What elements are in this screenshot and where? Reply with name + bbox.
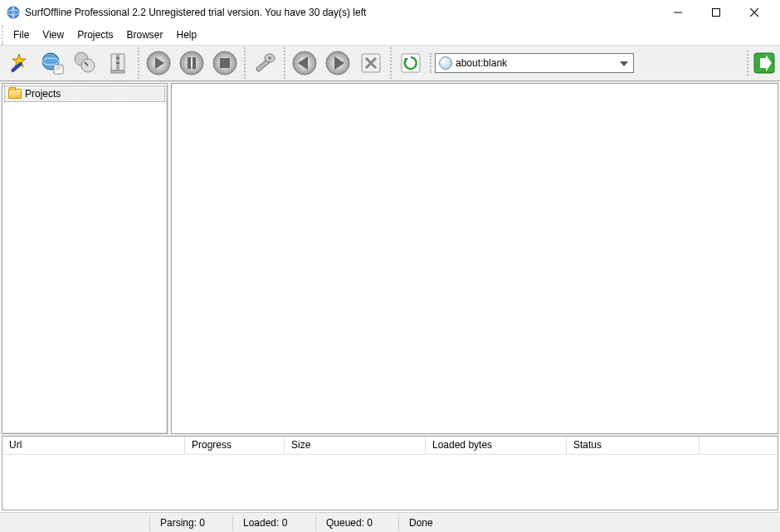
downloads-pane: Url Progress Size Loaded bytes Status (2, 436, 778, 510)
globe-icon (439, 56, 452, 70)
col-url[interactable]: Url (2, 437, 185, 454)
archive-button[interactable] (103, 47, 134, 79)
settings-button[interactable] (249, 47, 280, 79)
svg-rect-17 (111, 71, 124, 73)
menu-view[interactable]: View (36, 27, 71, 43)
stop-loading-button[interactable] (355, 47, 387, 79)
status-queued: Queued: 0 (315, 515, 398, 531)
status-loaded: Loaded: 0 (232, 515, 315, 531)
pause-button[interactable] (176, 47, 207, 79)
col-loaded-bytes[interactable]: Loaded bytes (426, 437, 567, 454)
statusbar: Parsing: 0 Loaded: 0 Queued: 0 Done (0, 512, 780, 532)
menu-help[interactable]: Help (170, 27, 204, 43)
svg-marker-37 (620, 61, 628, 66)
maximize-button[interactable] (697, 0, 735, 25)
folder-icon (8, 89, 22, 99)
col-status[interactable]: Status (567, 437, 700, 454)
play-button[interactable] (143, 47, 174, 79)
menu-projects[interactable]: Projects (71, 27, 119, 43)
svg-point-0 (7, 7, 19, 18)
refresh-button[interactable] (395, 47, 427, 79)
downloads-header: Url Progress Size Loaded bytes Status (2, 437, 778, 455)
url-combobox[interactable] (435, 53, 634, 73)
go-button[interactable] (752, 51, 777, 76)
new-project-button[interactable] (37, 47, 68, 79)
chevron-down-icon[interactable] (618, 57, 630, 69)
tree-root-label: Projects (25, 88, 61, 100)
window-controls (659, 0, 773, 25)
toolbar (0, 45, 780, 81)
svg-rect-21 (188, 57, 191, 69)
titlebar: SurfOffline Professional 2.2 Unregistere… (0, 0, 780, 25)
svg-rect-16 (116, 62, 119, 64)
forward-button[interactable] (322, 47, 353, 79)
status-state: Done (398, 515, 780, 531)
wizard-button[interactable] (3, 47, 35, 79)
tree-root-projects[interactable]: Projects (4, 85, 165, 102)
menubar: File View Projects Browser Help (2, 25, 780, 45)
svg-point-20 (180, 51, 203, 75)
main-area: Projects (0, 81, 780, 436)
col-spacer (700, 437, 778, 454)
menu-file[interactable]: File (7, 27, 36, 43)
browser-pane[interactable] (171, 83, 778, 434)
status-blank (0, 520, 149, 525)
close-button[interactable] (735, 0, 773, 25)
svg-rect-22 (193, 57, 196, 69)
url-input[interactable] (456, 57, 615, 69)
status-parsing: Parsing: 0 (149, 515, 232, 531)
copy-button[interactable] (70, 47, 101, 79)
col-progress[interactable]: Progress (185, 437, 285, 454)
app-icon (7, 6, 20, 19)
minimize-button[interactable] (659, 0, 697, 25)
projects-tree[interactable]: Projects (2, 83, 168, 434)
svg-rect-3 (713, 9, 720, 17)
stop-button[interactable] (209, 47, 241, 79)
svg-rect-15 (116, 57, 119, 59)
svg-point-27 (268, 56, 271, 60)
col-size[interactable]: Size (285, 437, 426, 454)
svg-rect-24 (220, 58, 230, 68)
back-button[interactable] (289, 47, 320, 79)
window-title: SurfOffline Professional 2.2 Unregistere… (25, 7, 659, 18)
menu-browser[interactable]: Browser (120, 27, 170, 43)
